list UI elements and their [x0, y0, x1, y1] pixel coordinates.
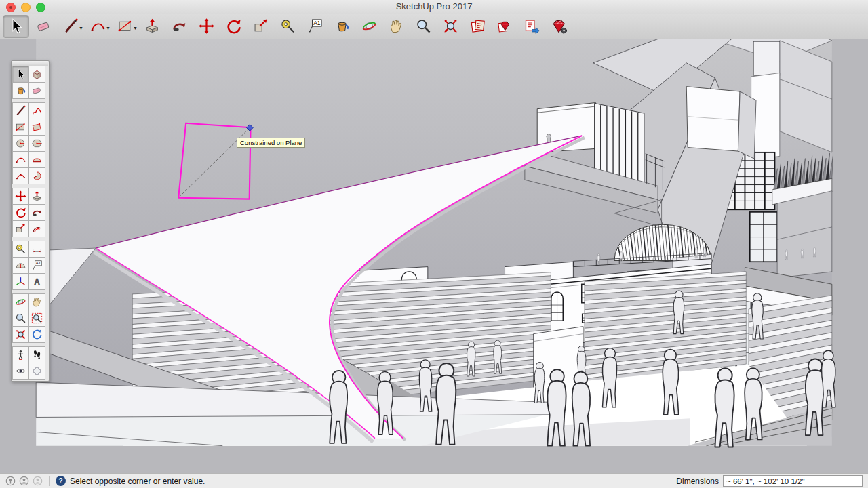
pan-tool-button[interactable] — [384, 16, 409, 37]
palette-tool-rotate[interactable] — [12, 204, 29, 221]
paint-bucket-icon — [333, 17, 351, 35]
line-tool-button[interactable]: ▼ — [58, 16, 83, 37]
palette-tool-zoom-extents[interactable] — [12, 326, 29, 343]
arc-tool-button[interactable]: ▼ — [85, 16, 111, 37]
palette-tool-scale[interactable] — [12, 220, 29, 237]
extension-warehouse-button[interactable] — [547, 16, 572, 37]
3d-scene — [0, 39, 868, 473]
close-button[interactable] — [6, 3, 16, 12]
palette-tool-line[interactable] — [12, 102, 29, 119]
dimensions-input[interactable] — [723, 475, 863, 487]
credit-icon[interactable] — [19, 476, 29, 486]
palette-tool-tape-measure[interactable] — [12, 241, 29, 258]
palette-tool-rotated-rectangle[interactable] — [28, 119, 45, 136]
palette-tool-section-plane[interactable] — [28, 363, 45, 380]
rectangle-icon — [14, 121, 27, 134]
model-viewport[interactable]: Constrained on Plane — [0, 39, 868, 473]
follow-me-icon — [31, 206, 43, 219]
push-pull-icon — [143, 17, 161, 35]
select-tool-button[interactable] — [3, 15, 29, 38]
eraser-tool-button[interactable] — [31, 16, 56, 37]
palette-tool-walk[interactable] — [28, 346, 45, 363]
scale-icon — [14, 222, 27, 235]
shapes-tool-button[interactable]: ▼ — [113, 16, 138, 37]
palette-tool-look-around[interactable] — [12, 363, 29, 380]
arc-icon — [89, 17, 107, 35]
palette-tool-orbit[interactable] — [12, 293, 29, 310]
text-tool-button[interactable] — [302, 16, 328, 37]
zoom-tool-button[interactable] — [411, 16, 436, 37]
tape-measure-tool-button[interactable] — [275, 16, 300, 37]
palette-tool-rectangle[interactable] — [12, 119, 29, 136]
palette-tool-make-component[interactable] — [28, 66, 45, 83]
palette-tool-position-camera[interactable] — [12, 346, 29, 363]
eraser-icon — [35, 17, 53, 35]
palette-tool-3d-text[interactable] — [28, 273, 45, 290]
palette-tool-previous[interactable] — [28, 326, 45, 343]
walk-icon — [31, 348, 43, 361]
orbit-tool-button[interactable] — [357, 16, 382, 37]
palette-tool-text[interactable] — [28, 257, 45, 274]
palette-tool-axes[interactable] — [12, 273, 29, 290]
palette-tool-three-point-arc[interactable] — [12, 167, 29, 184]
move-tool-button[interactable] — [194, 16, 219, 37]
pencil-icon — [62, 17, 80, 35]
pie-icon — [31, 169, 43, 182]
zoom-button[interactable] — [36, 3, 45, 12]
arc-icon — [14, 153, 27, 166]
large-tool-set-palette[interactable] — [11, 60, 50, 382]
palette-tool-dimension[interactable] — [28, 241, 45, 258]
palette-tool-zoom-window[interactable] — [28, 310, 45, 327]
send-to-layout-button[interactable] — [465, 16, 490, 37]
palette-tool-paint-bucket[interactable] — [12, 82, 29, 99]
dropdown-caret-icon[interactable]: ▼ — [106, 26, 111, 30]
palette-tool-select[interactable] — [12, 66, 29, 83]
rotate-tool-button[interactable] — [221, 16, 246, 37]
position-camera-icon — [14, 348, 27, 361]
palette-tool-offset[interactable] — [28, 220, 45, 237]
palette-tool-zoom[interactable] — [12, 310, 29, 327]
paint-bucket-tool-button[interactable] — [330, 16, 355, 37]
palette-tool-polygon[interactable] — [28, 135, 45, 152]
move-icon — [14, 190, 27, 203]
orbit-icon — [14, 296, 27, 308]
traffic-lights — [6, 3, 45, 12]
scale-tool-button[interactable] — [248, 16, 273, 37]
help-icon[interactable]: ? — [56, 476, 66, 486]
palette-tool-two-point-arc[interactable] — [28, 151, 45, 168]
palette-tool-pie[interactable] — [28, 167, 45, 184]
sign-in-icon[interactable] — [33, 476, 43, 486]
protractor-icon — [14, 259, 27, 272]
pan-icon — [31, 296, 43, 308]
palette-tool-pan[interactable] — [28, 293, 45, 310]
palette-tool-circle[interactable] — [12, 135, 29, 152]
text-icon — [31, 259, 43, 272]
palette-tool-move[interactable] — [12, 188, 29, 205]
palette-tool-freehand[interactable] — [28, 102, 45, 119]
palette-tool-arc[interactable] — [12, 151, 29, 168]
divider — [49, 476, 50, 486]
rotated-rectangle-icon — [31, 121, 43, 134]
minimize-button[interactable] — [21, 3, 31, 12]
zoom-extents-button[interactable] — [438, 16, 463, 37]
three-point-arc-icon — [14, 169, 27, 182]
palette-tool-eraser[interactable] — [28, 82, 45, 99]
palette-tool-push-pull[interactable] — [28, 188, 45, 205]
line-icon — [14, 104, 27, 117]
palette-tool-follow-me[interactable] — [28, 204, 45, 221]
dropdown-caret-icon[interactable]: ▼ — [133, 26, 138, 30]
main-toolbar: ▼ ▼ ▼ — [0, 14, 868, 39]
styles-button[interactable] — [492, 16, 517, 37]
follow-me-tool-button[interactable] — [167, 16, 192, 37]
rectangle-icon — [116, 17, 134, 35]
push-pull-tool-button[interactable] — [140, 16, 165, 37]
previous-icon — [31, 328, 43, 341]
status-message: Select opposite corner or enter value. — [70, 476, 205, 486]
dropdown-caret-icon[interactable]: ▼ — [79, 26, 83, 30]
palette-tool-protractor[interactable] — [12, 257, 29, 274]
section-plane-icon — [31, 365, 43, 378]
geolocation-icon[interactable] — [5, 476, 16, 486]
page-blue-arrow-icon — [523, 17, 541, 35]
axes-icon — [14, 275, 27, 288]
export-button[interactable] — [519, 16, 545, 37]
